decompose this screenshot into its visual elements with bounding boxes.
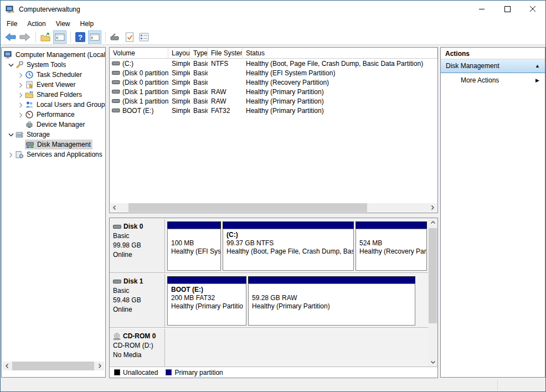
scrollbar-thumb[interactable] [429,228,437,323]
scroll-right-icon[interactable] [428,203,437,212]
menu-view[interactable]: View [51,18,75,29]
maximize-button[interactable] [495,1,520,18]
partition-status: Healthy (Primary Partition) [252,302,415,311]
chevron-collapsed-icon[interactable] [16,81,25,88]
scroll-right-icon[interactable] [95,362,104,370]
disk1-label[interactable]: Disk 1 Basic 59.48 GB Online [110,274,165,327]
legend-label: Primary partition [174,369,223,376]
legend-unallocated: Unallocated [114,369,158,376]
check-document-button[interactable] [123,30,136,44]
more-actions-item[interactable]: More Actions ▶ [441,73,545,87]
partition-title [359,231,426,239]
scroll-down-icon[interactable] [428,358,437,367]
scroll-up-icon[interactable] [428,218,437,227]
tree-item-storage[interactable]: Storage [2,130,105,140]
column-header-status[interactable]: Status [243,48,437,58]
disk-vertical-scrollbar[interactable] [428,218,437,367]
volume-status: Healthy (Boot, Page File, Crash Dump, Ba… [243,60,437,68]
tree-item-device-manager[interactable]: Device Manager [2,120,105,130]
volume-row[interactable]: (Disk 0 partition 4) Simple Basic Health… [110,78,437,87]
disk-state: No Media [113,351,161,359]
tree-item-event-viewer[interactable]: Event Viewer [2,80,105,90]
menu-help[interactable]: Help [75,18,99,29]
partition-disk0-recovery[interactable]: 524 MB Healthy (Recovery Par [356,221,427,271]
column-header-volume[interactable]: Volume [110,48,168,58]
partition-title: BOOT (E:) [171,286,246,294]
column-header-layout[interactable]: Layout [168,48,190,58]
volume-name: (Disk 1 partition 2) [122,88,168,96]
volume-layout: Simple [168,88,190,96]
partition-disk0-c[interactable]: (C:) 99.37 GB NTFS Healthy (Boot, Page F… [223,221,354,271]
back-button[interactable] [4,30,17,44]
minimize-button[interactable] [469,1,495,18]
volume-name: BOOT (E:) [122,107,153,115]
tree-item-shared-folders[interactable]: Shared Folders [2,90,105,100]
properties-checklist-button[interactable] [137,30,151,44]
volume-row[interactable]: (Disk 0 partition 1) Simple Basic Health… [110,68,437,78]
partition-disk1-raw[interactable]: 59.28 GB RAW Healthy (Primary Partition) [248,276,415,326]
volume-list-horizontal-scrollbar[interactable] [110,203,437,212]
collapse-section-icon[interactable]: ▲ [535,64,540,69]
cdrom0-label[interactable]: CD-ROM 0 CD-ROM (D:) No Media [110,329,165,367]
tree-item-task-scheduler[interactable]: Task Scheduler [2,70,105,80]
help-button[interactable]: ? [74,30,87,44]
tree-item-computer-management[interactable]: Computer Management (Local) [2,50,105,60]
partition-disk1-boot[interactable]: BOOT (E:) 200 MB FAT32 Healthy (Primary … [167,276,246,326]
volume-row[interactable]: (Disk 1 partition 2) Simple Basic RAW He… [110,87,437,96]
volume-layout: Simple [168,79,190,86]
tree-item-system-tools[interactable]: System Tools [2,60,105,70]
tree-item-label: Event Viewer [37,81,75,89]
volume-type: Basic [190,107,208,115]
disk-size: 99.98 GB [113,241,161,249]
chevron-collapsed-icon[interactable] [16,111,25,118]
toggle-console-tree-button[interactable] [53,30,66,44]
partition-disk0-efi[interactable]: 100 MB Healthy (EFI Sys [167,221,221,271]
scrollbar-thumb[interactable] [128,203,367,212]
volume-status: Healthy (EFI System Partition) [243,69,437,77]
column-header-file-system[interactable]: File System [208,48,243,58]
chevron-expanded-icon[interactable] [6,131,15,138]
scroll-left-icon[interactable] [110,203,119,212]
partition-size: 99.37 GB NTFS [226,239,353,247]
volume-icon [112,89,120,94]
shared-folders-icon [25,90,34,99]
column-header-type[interactable]: Type [190,48,208,58]
tree-item-local-users-and-groups[interactable]: Local Users and Groups [2,100,105,110]
disk0-label[interactable]: Disk 0 Basic 99.98 GB Online [110,219,165,272]
menu-action[interactable]: Action [22,18,50,29]
chevron-expanded-icon[interactable] [6,61,15,68]
disk-type: Basic [113,287,161,295]
volume-row[interactable]: BOOT (E:) Simple Basic FAT32 Healthy (Pr… [110,106,437,115]
event-viewer-icon [25,80,34,89]
main-area: Computer Management (Local) System Tools… [1,45,545,379]
volume-row[interactable]: (Disk 1 partition 2) Simple Basic RAW He… [110,96,437,106]
disk-name: CD-ROM 0 [123,332,156,340]
tree-item-performance[interactable]: Performance [2,110,105,120]
volume-row[interactable]: (C:) Simple Basic NTFS Healthy (Boot, Pa… [110,59,437,68]
disk-row-disk0: Disk 0 Basic 99.98 GB Online 100 MB Heal… [110,219,428,273]
partition-status: Healthy (Boot, Page File, Crash Dump, Ba… [226,247,353,256]
forward-button[interactable] [18,30,32,44]
disk-name: Disk 1 [123,277,143,285]
tree-item-disk-management[interactable]: Disk Management [2,140,105,149]
tree-item-services-and-applications[interactable]: Services and Applications [2,149,105,159]
scroll-left-icon[interactable] [3,362,12,370]
volume-fs: NTFS [208,60,243,68]
chevron-collapsed-icon[interactable] [6,151,15,158]
chevron-collapsed-icon[interactable] [16,91,25,98]
close-button[interactable] [520,1,545,18]
menu-file[interactable]: File [2,18,22,29]
export-list-button[interactable] [39,30,52,44]
partition-type-bar [356,221,427,229]
volume-icon [112,70,120,75]
toggle-action-pane-button[interactable] [88,30,101,44]
disk-tool-button[interactable] [109,30,122,44]
scrollbar-thumb[interactable] [12,362,94,370]
title-bar: Computerverwaltung [1,1,545,18]
actions-section-disk-management[interactable]: Disk Management ▲ [441,59,545,73]
volume-icon [112,99,120,104]
chevron-collapsed-icon[interactable] [16,71,25,78]
tree-horizontal-scrollbar[interactable] [3,362,104,370]
chevron-collapsed-icon[interactable] [16,101,25,108]
partition-status: Healthy (EFI Sys [171,247,220,256]
